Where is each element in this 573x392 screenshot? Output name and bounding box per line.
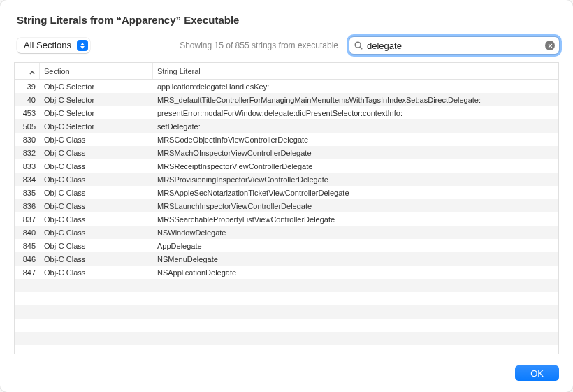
cell-index: 840 bbox=[15, 228, 40, 237]
empty-row bbox=[15, 305, 558, 319]
dialog-header: String Literals from “Apparency” Executa… bbox=[0, 0, 573, 34]
cell-index: 505 bbox=[15, 122, 40, 131]
dialog-window: String Literals from “Apparency” Executa… bbox=[0, 0, 573, 392]
table-row[interactable]: 832Obj-C ClassMRSMachOInspectorViewContr… bbox=[15, 146, 558, 159]
cell-literal: MRSLaunchInspectorViewControllerDelegate bbox=[153, 202, 558, 210]
strings-table: Section String Literal 39Obj-C Selectora… bbox=[14, 62, 559, 354]
table-row[interactable]: 40Obj-C SelectorMRS_defaultTitleControll… bbox=[15, 93, 558, 106]
section-filter-select[interactable]: All Sections bbox=[17, 38, 90, 53]
empty-row bbox=[15, 292, 558, 305]
result-count-status: Showing 15 of 855 strings from executabl… bbox=[180, 41, 342, 50]
cell-literal: NSWindowDelegate bbox=[153, 228, 558, 237]
cell-literal: MRSReceiptInspectorViewControllerDelegat… bbox=[153, 162, 558, 170]
cell-section: Obj-C Class bbox=[40, 136, 153, 144]
cell-section: Obj-C Class bbox=[40, 215, 153, 224]
table-row[interactable]: 39Obj-C Selectorapplication:delegateHand… bbox=[15, 80, 558, 93]
empty-row bbox=[15, 332, 558, 345]
cell-section: Obj-C Class bbox=[40, 175, 153, 184]
cell-index: 39 bbox=[15, 82, 40, 91]
select-arrows-icon bbox=[77, 40, 88, 51]
table-body: 39Obj-C Selectorapplication:delegateHand… bbox=[15, 80, 558, 354]
cell-index: 836 bbox=[15, 202, 40, 210]
table-row[interactable]: 834Obj-C ClassMRSProvisioningInspectorVi… bbox=[15, 173, 558, 186]
cell-section: Obj-C Class bbox=[40, 162, 153, 170]
cell-index: 453 bbox=[15, 109, 40, 117]
cell-section: Obj-C Class bbox=[40, 202, 153, 210]
cell-literal: MRS_defaultTitleControllerForManagingMai… bbox=[153, 96, 558, 104]
cell-index: 40 bbox=[15, 96, 40, 104]
table-row[interactable]: 846Obj-C ClassNSMenuDelegate bbox=[15, 252, 558, 266]
cell-literal: MRSProvisioningInspectorViewControllerDe… bbox=[153, 175, 558, 184]
cell-literal: MRSAppleSecNotarizationTicketViewControl… bbox=[153, 189, 558, 197]
search-input[interactable] bbox=[363, 41, 545, 51]
cell-index: 834 bbox=[15, 175, 40, 184]
table-row[interactable]: 833Obj-C ClassMRSReceiptInspectorViewCon… bbox=[15, 159, 558, 173]
table-header: Section String Literal bbox=[15, 63, 558, 80]
ok-button[interactable]: OK bbox=[515, 365, 559, 381]
table-row[interactable]: 840Obj-C ClassNSWindowDelegate bbox=[15, 226, 558, 239]
empty-row bbox=[15, 279, 558, 292]
cell-index: 845 bbox=[15, 242, 40, 250]
toolbar: All Sections Showing 15 of 855 strings f… bbox=[0, 34, 573, 62]
search-icon bbox=[354, 41, 363, 50]
column-header-section[interactable]: Section bbox=[40, 63, 153, 79]
svg-line-1 bbox=[360, 47, 362, 49]
cell-literal: MRSCodeObjectInfoViewControllerDelegate bbox=[153, 136, 558, 144]
cell-literal: NSApplicationDelegate bbox=[153, 268, 558, 277]
svg-point-0 bbox=[355, 42, 361, 48]
table-row[interactable]: 837Obj-C ClassMRSSearchablePropertyListV… bbox=[15, 212, 558, 226]
cell-index: 833 bbox=[15, 162, 40, 170]
table-row[interactable]: 847Obj-C ClassNSApplicationDelegate bbox=[15, 266, 558, 279]
cell-literal: MRSMachOInspectorViewControllerDelegate bbox=[153, 149, 558, 157]
cell-section: Obj-C Selector bbox=[40, 109, 153, 117]
sort-ascending-icon bbox=[29, 68, 35, 74]
cell-section: Obj-C Selector bbox=[40, 122, 153, 131]
cell-literal: MRSSearchablePropertyListViewControllerD… bbox=[153, 215, 558, 224]
section-filter-label: All Sections bbox=[17, 38, 77, 53]
cell-index: 835 bbox=[15, 189, 40, 197]
column-header-literal[interactable]: String Literal bbox=[153, 63, 558, 79]
cell-literal: AppDelegate bbox=[153, 242, 558, 250]
table-row[interactable]: 453Obj-C SelectorpresentError:modalForWi… bbox=[15, 106, 558, 119]
search-field-container bbox=[349, 37, 559, 54]
table-row[interactable]: 830Obj-C ClassMRSCodeObjectInfoViewContr… bbox=[15, 133, 558, 146]
cell-section: Obj-C Class bbox=[40, 149, 153, 157]
cell-section: Obj-C Selector bbox=[40, 82, 153, 91]
cell-index: 832 bbox=[15, 149, 40, 157]
cell-index: 837 bbox=[15, 215, 40, 224]
clear-search-button[interactable] bbox=[545, 41, 555, 50]
cell-section: Obj-C Class bbox=[40, 228, 153, 237]
column-header-index[interactable] bbox=[15, 63, 40, 79]
cell-index: 846 bbox=[15, 255, 40, 263]
cell-literal: presentError:modalForWindow:delegate:did… bbox=[153, 109, 558, 117]
dialog-footer: OK bbox=[0, 354, 573, 392]
cell-section: Obj-C Class bbox=[40, 255, 153, 263]
cell-index: 830 bbox=[15, 136, 40, 144]
page-title: String Literals from “Apparency” Executa… bbox=[17, 14, 556, 26]
empty-row bbox=[15, 319, 558, 332]
cell-literal: setDelegate: bbox=[153, 122, 558, 131]
cell-literal: NSMenuDelegate bbox=[153, 255, 558, 263]
table-row[interactable]: 835Obj-C ClassMRSAppleSecNotarizationTic… bbox=[15, 186, 558, 199]
cell-section: Obj-C Class bbox=[40, 268, 153, 277]
table-row[interactable]: 505Obj-C SelectorsetDelegate: bbox=[15, 119, 558, 133]
cell-section: Obj-C Selector bbox=[40, 96, 153, 104]
cell-literal: application:delegateHandlesKey: bbox=[153, 82, 558, 91]
table-row[interactable]: 836Obj-C ClassMRSLaunchInspectorViewCont… bbox=[15, 199, 558, 212]
table-row[interactable]: 845Obj-C ClassAppDelegate bbox=[15, 239, 558, 252]
cell-section: Obj-C Class bbox=[40, 189, 153, 197]
cell-index: 847 bbox=[15, 268, 40, 277]
cell-section: Obj-C Class bbox=[40, 242, 153, 250]
